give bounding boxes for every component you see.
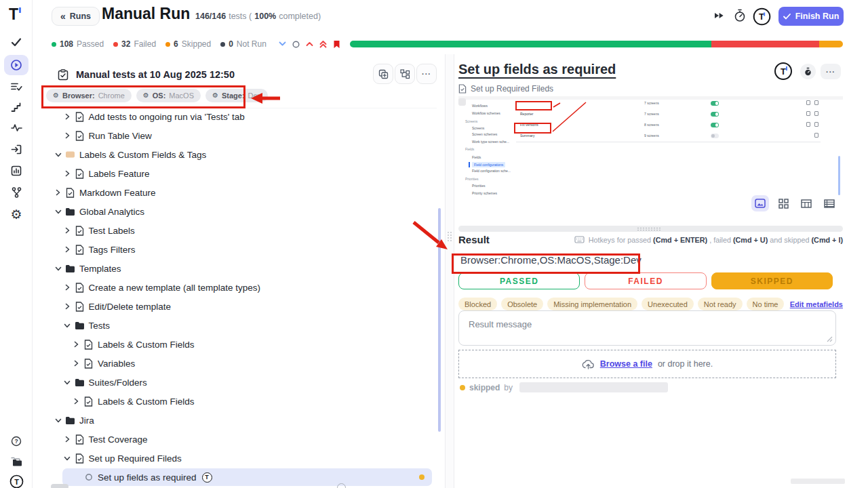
- tree-item[interactable]: Tests: [33, 316, 445, 335]
- breadcrumb[interactable]: Set up Required Fileds: [458, 84, 553, 94]
- preview-nav-item: Fields: [465, 147, 474, 151]
- chevron-right-icon[interactable]: [71, 341, 81, 348]
- help-icon[interactable]: ?: [0, 432, 33, 450]
- more-options-button[interactable]: ···: [416, 64, 437, 84]
- attachment-preview[interactable]: WorkflowsWorkflow schemesScreensScreensS…: [458, 96, 843, 195]
- fast-forward-icon[interactable]: [713, 12, 724, 20]
- double-chevron-up-icon[interactable]: [319, 40, 327, 48]
- tree-item[interactable]: Edit/Delete template: [33, 297, 445, 316]
- chevron-right-icon[interactable]: [62, 303, 73, 310]
- timer-icon[interactable]: [733, 9, 747, 22]
- chevron-right-icon[interactable]: [62, 132, 73, 139]
- steps-icon[interactable]: [0, 98, 33, 116]
- metafield-pill[interactable]: Blocked: [458, 298, 497, 310]
- tree-item[interactable]: Set up fields as requiredT: [33, 468, 445, 487]
- passed-button[interactable]: PASSED: [458, 272, 580, 289]
- tree-item[interactable]: Variables: [33, 354, 445, 373]
- chevron-right-icon[interactable]: [71, 398, 81, 405]
- tree-view-button[interactable]: [395, 64, 415, 84]
- skipped-button[interactable]: SKIPPED: [711, 272, 833, 289]
- metafield-pill[interactable]: Not ready: [698, 298, 743, 310]
- tree-item[interactable]: Labels & Custom Fields & Tags: [33, 145, 445, 164]
- timer-button[interactable]: [800, 64, 816, 79]
- config-tag-pill[interactable]: ⚙Stage: Dev: [205, 89, 268, 102]
- tree-item[interactable]: Jira: [33, 411, 445, 430]
- tree-item[interactable]: Tags Filters: [33, 240, 445, 259]
- tree-item-label: Create a new template (all template type…: [89, 283, 261, 293]
- tree-item[interactable]: Create a new template (all template type…: [33, 278, 445, 297]
- finish-run-button[interactable]: Finish Run: [778, 7, 844, 26]
- tree-item[interactable]: Global Analytics: [33, 202, 445, 221]
- chevron-right-icon[interactable]: [62, 284, 73, 291]
- edit-icon: [806, 122, 810, 127]
- tree-item[interactable]: Set up Required Fileds: [33, 449, 445, 468]
- metafield-pill[interactable]: Missing implementation: [547, 298, 637, 310]
- chevron-down-icon[interactable]: [53, 152, 63, 158]
- test-plans-icon[interactable]: [0, 78, 33, 96]
- circle-marker-icon[interactable]: [292, 41, 300, 48]
- profile-avatar[interactable]: T: [0, 472, 33, 488]
- panel-resize-divider[interactable]: [445, 54, 454, 488]
- chevron-right-icon[interactable]: [62, 113, 73, 120]
- tree-item[interactable]: Markdown Feature: [33, 183, 445, 202]
- metafield-pill[interactable]: Unexecuted: [642, 298, 694, 310]
- duplicate-button[interactable]: [373, 64, 393, 84]
- chevron-down-icon[interactable]: [53, 209, 63, 215]
- edit-icon: [806, 100, 810, 105]
- chevron-down-icon[interactable]: [62, 323, 73, 329]
- more-options-button[interactable]: ···: [821, 64, 841, 79]
- chevron-down-icon[interactable]: [62, 380, 73, 386]
- tree-item[interactable]: Templates: [33, 259, 445, 278]
- metafield-pill[interactable]: No time: [747, 298, 785, 310]
- branches-icon[interactable]: [0, 184, 33, 201]
- chevron-right-icon[interactable]: [62, 246, 73, 253]
- chevron-up-icon[interactable]: [306, 41, 313, 47]
- result-resize-handle[interactable]: [458, 226, 843, 232]
- tree-item[interactable]: Suites/Folders: [33, 373, 445, 392]
- reports-icon[interactable]: [0, 162, 33, 180]
- tree-scrollbar[interactable]: [438, 208, 441, 432]
- user-avatar[interactable]: T: [753, 7, 771, 26]
- drag-handle[interactable]: [448, 232, 452, 241]
- collapse-icon[interactable]: [279, 41, 286, 47]
- chevron-right-icon[interactable]: [53, 189, 63, 196]
- tree-item[interactable]: Labels Feature: [33, 164, 445, 183]
- chevron-right-icon[interactable]: [71, 360, 81, 367]
- tree-item[interactable]: Run Table View: [33, 126, 445, 145]
- tree-item[interactable]: Labels & Custom Fields: [33, 335, 445, 354]
- grid-view-icon[interactable]: [774, 195, 792, 211]
- browse-file-link[interactable]: Browse a file: [600, 359, 652, 369]
- projects-folder-icon[interactable]: [0, 453, 33, 470]
- bookmark-icon[interactable]: [333, 40, 340, 49]
- tests-icon[interactable]: [0, 33, 33, 51]
- config-tag-pill[interactable]: ⚙Browser: Chrome: [46, 89, 132, 102]
- image-view-icon[interactable]: [751, 195, 769, 211]
- chevron-right-icon[interactable]: [62, 436, 73, 443]
- chevron-down-icon[interactable]: [53, 418, 63, 424]
- settings-gear-icon[interactable]: ⚙: [0, 205, 33, 223]
- result-message-input[interactable]: [458, 310, 836, 346]
- chevron-down-icon[interactable]: [53, 266, 63, 272]
- tree-item[interactable]: Labels & Custom Fields: [33, 392, 445, 411]
- table-view-icon[interactable]: [797, 195, 815, 211]
- metafield-pill[interactable]: Obsolete: [501, 298, 543, 310]
- assignee-avatar[interactable]: T: [774, 62, 792, 80]
- list-view-icon[interactable]: [821, 195, 838, 211]
- app-logo-icon[interactable]: T: [9, 5, 18, 24]
- back-to-runs-button[interactable]: « Runs: [52, 7, 100, 26]
- chevron-down-icon[interactable]: [62, 455, 73, 462]
- failed-button[interactable]: FAILED: [585, 272, 706, 289]
- tree-item[interactable]: Add tests to ongoing run via 'Tests' tab: [33, 107, 445, 126]
- tree-item[interactable]: Test Coverage: [33, 430, 445, 449]
- config-tag-pill[interactable]: ⚙OS: MacOS: [136, 89, 201, 102]
- pulse-icon[interactable]: [0, 119, 33, 136]
- test-title[interactable]: Set up fields as required: [458, 62, 616, 77]
- edit-metafields-link[interactable]: Edit metafields: [790, 300, 843, 308]
- chevron-right-icon[interactable]: [62, 170, 73, 177]
- tree-item[interactable]: Test Labels: [33, 221, 445, 240]
- runs-icon[interactable]: [0, 56, 33, 74]
- chevron-right-icon[interactable]: [62, 227, 73, 234]
- file-dropzone[interactable]: Browse a file or drop it here.: [458, 350, 836, 378]
- import-icon[interactable]: [0, 140, 33, 158]
- run-name[interactable]: Manual tests at 10 Aug 2025 12:50: [76, 69, 235, 80]
